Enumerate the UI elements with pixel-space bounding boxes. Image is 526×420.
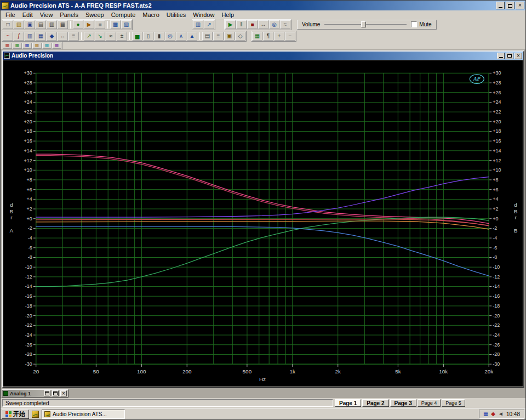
status-display-1-button[interactable]: ▦	[3, 43, 12, 49]
taskbar-task-button[interactable]: Audio Precision ATS...	[42, 410, 125, 419]
sweep-config-button[interactable]: ↗	[84, 32, 94, 41]
run-macro-button[interactable]: ▶	[84, 20, 94, 29]
digital-analyzer-button[interactable]: ▦	[36, 32, 46, 41]
print-button[interactable]: ▤	[36, 20, 46, 29]
svg-text:+14: +14	[493, 148, 501, 154]
spectrum-button[interactable]: ▲	[187, 32, 197, 41]
page-tab-1[interactable]: Page 1	[335, 399, 361, 407]
maximize-button[interactable]	[506, 2, 514, 9]
menu-panels[interactable]: Panels	[56, 11, 82, 19]
analog-generator-icon: ~	[7, 33, 10, 39]
comment-button[interactable]: ¶	[263, 32, 273, 41]
page-tab-3[interactable]: Page 3	[390, 399, 416, 407]
status-display-3-button[interactable]: ▦	[22, 43, 32, 49]
status-display-2-button[interactable]: ▦	[13, 43, 22, 49]
run-macro-icon: ▶	[87, 22, 92, 27]
menu-compute[interactable]: Compute	[108, 11, 140, 19]
toolbar-separator	[199, 32, 200, 40]
zoom-out-button[interactable]: −	[285, 32, 295, 41]
sweep-panel-button[interactable]: ↗	[204, 20, 214, 29]
start-button[interactable]: 开始	[2, 410, 29, 419]
settling-view-button[interactable]: ≈	[280, 20, 290, 29]
analog-analyzer-button[interactable]: ▥	[25, 32, 35, 41]
menu-edit[interactable]: Edit	[19, 11, 37, 19]
attached-files-button[interactable]: ▣	[224, 32, 235, 41]
sweep-stop-icon: ■	[250, 22, 254, 27]
graph-minimize-button[interactable]	[497, 53, 505, 59]
menu-view[interactable]: View	[37, 11, 57, 19]
menu-sweep[interactable]: Sweep	[82, 11, 108, 19]
menu-window[interactable]: Window	[190, 11, 218, 19]
volume-speaker-icon[interactable]: ◄	[498, 411, 504, 417]
svg-text:-2: -2	[493, 225, 497, 231]
analog-window-minimized[interactable]: Analog 1 ×	[2, 389, 68, 398]
toolbar-separator	[129, 32, 130, 40]
save-test-button[interactable]: ▣	[25, 20, 35, 29]
analog-close-button[interactable]: ×	[60, 390, 67, 396]
open-test-button[interactable]: ▨	[14, 20, 24, 29]
sweep-pause-button[interactable]: ‖	[236, 20, 247, 29]
status-display-5-button[interactable]: ▦	[42, 43, 52, 49]
computer-io-button[interactable]: ◇	[235, 32, 245, 41]
settling-button[interactable]: ≈	[106, 32, 116, 41]
graph-button[interactable]: ▦	[252, 32, 262, 41]
graph-restore-button[interactable]	[506, 53, 513, 59]
bar-graph-panel-button[interactable]: ▥	[193, 20, 203, 29]
copy-panel-button[interactable]: ▦	[58, 20, 68, 29]
export-graph-button[interactable]: ▥	[47, 20, 57, 29]
quick-launch-app-icon[interactable]	[31, 410, 40, 419]
multi-meter-button[interactable]: ▮	[154, 32, 164, 41]
status-bits-button[interactable]: ≡	[68, 32, 79, 41]
analog-restore-button[interactable]	[44, 390, 50, 396]
graph-minimize-icon	[499, 57, 503, 58]
input-method-icon[interactable]: ▦	[483, 411, 488, 417]
regulation-button[interactable]: ±	[117, 32, 127, 41]
page-tab-4[interactable]: Page 4	[418, 399, 441, 407]
scope-button[interactable]: ◎	[165, 32, 175, 41]
minimize-button[interactable]	[496, 2, 505, 9]
data-editor-button[interactable]: ▧	[121, 20, 132, 29]
status-display-4-button[interactable]: ▦	[32, 43, 42, 49]
learn-macro-button[interactable]: ●	[73, 20, 83, 29]
svg-text:Hz: Hz	[259, 376, 266, 382]
system-tray-app-icon[interactable]: ◆	[491, 411, 495, 417]
bar-graph-button[interactable]: ▅	[132, 32, 142, 41]
svg-text:+12: +12	[493, 158, 501, 163]
sweep-stop-button[interactable]: ■	[247, 20, 258, 29]
digital-io-icon: ↔	[60, 33, 66, 39]
page-tab-2[interactable]: Page 2	[362, 399, 388, 407]
stop-macro-button[interactable]: ■	[95, 20, 105, 29]
volume-slider[interactable]	[324, 21, 407, 28]
svg-text:10k: 10k	[439, 368, 448, 374]
monitor-button[interactable]: ◎	[269, 20, 279, 29]
menu-macro[interactable]: Macro	[139, 11, 163, 19]
fft-button[interactable]: ∧	[176, 32, 186, 41]
digital-io-button[interactable]: ↔	[58, 32, 68, 41]
audio-analyzer-button[interactable]: ◆	[47, 32, 57, 41]
macro-editor-button[interactable]: ≡	[213, 32, 224, 41]
data-grid-button[interactable]: ▤	[202, 32, 213, 41]
sweep-start-button[interactable]: ▶	[225, 20, 236, 29]
menu-utilities[interactable]: Utilities	[163, 11, 190, 19]
page-tab-5[interactable]: Page 5	[442, 399, 465, 407]
mute-checkbox[interactable]	[411, 21, 417, 27]
analog-generator-button[interactable]: ~	[3, 32, 13, 41]
svg-text:r: r	[10, 215, 13, 221]
comment-icon: ¶	[267, 33, 270, 39]
status-bits-icon: ≡	[72, 33, 76, 39]
close-button[interactable]: ×	[516, 2, 524, 9]
analog-maximize-button[interactable]	[52, 390, 59, 396]
graph-close-button[interactable]: ×	[514, 53, 522, 59]
sweep-repeat-button[interactable]: ↔	[258, 20, 268, 29]
panel-setup-button[interactable]: ▩	[110, 20, 121, 29]
svg-text:+2: +2	[27, 206, 32, 212]
external-sweep-button[interactable]: ↘	[95, 32, 105, 41]
menu-help[interactable]: Help	[218, 11, 238, 19]
meter-button[interactable]: ▯	[143, 32, 153, 41]
digital-generator-button[interactable]: ƒ	[14, 32, 24, 41]
menu-file[interactable]: File	[2, 11, 19, 19]
status-display-6-button[interactable]: ▦	[52, 43, 61, 49]
new-test-button[interactable]: □	[3, 20, 13, 29]
zoom-in-button[interactable]: +	[274, 32, 284, 41]
volume-slider-thumb[interactable]	[361, 21, 366, 27]
